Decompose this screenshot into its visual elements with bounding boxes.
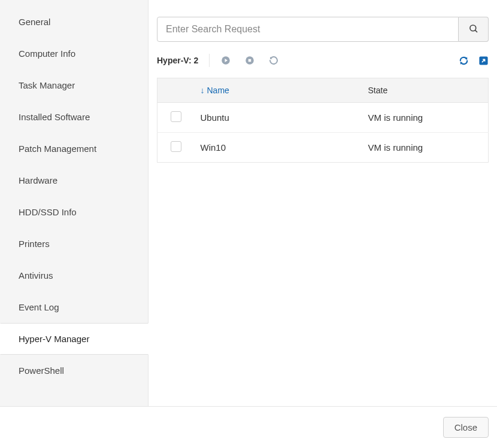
sidebar-item-patch-management[interactable]: Patch Management <box>0 133 148 164</box>
refresh-icon[interactable] <box>459 56 469 66</box>
vm-name-cell: Ubuntu <box>195 103 362 133</box>
sidebar-item-label: Hardware <box>19 175 57 185</box>
sidebar-item-installed-software[interactable]: Installed Software <box>0 101 148 133</box>
sidebar-item-label: Installed Software <box>19 112 90 122</box>
footer: Close <box>0 407 497 448</box>
row-checkbox[interactable] <box>171 111 181 122</box>
restart-icon[interactable] <box>268 55 279 66</box>
sidebar-item-general[interactable]: General <box>0 6 148 38</box>
sidebar-item-label: HDD/SSD Info <box>19 207 77 217</box>
sidebar-item-computer-info[interactable]: Computer Info <box>0 38 148 69</box>
table-row[interactable]: Ubuntu VM is running <box>157 103 489 133</box>
sidebar-item-label: Computer Info <box>19 48 75 59</box>
column-header-name[interactable]: ↓Name <box>195 78 362 103</box>
sidebar-item-label: Hyper-V Manager <box>19 334 89 344</box>
sidebar-item-label: Patch Management <box>19 144 96 154</box>
vm-state-cell: VM is running <box>362 103 489 133</box>
vm-table: ↓Name State Ubuntu VM is running Win10 V… <box>157 78 489 163</box>
vm-state-cell: VM is running <box>362 133 489 163</box>
column-header-checkbox[interactable] <box>157 78 195 103</box>
sort-down-icon: ↓ <box>201 86 205 95</box>
toolbar: Hyper-V: 2 <box>157 54 489 67</box>
search-button[interactable] <box>459 17 489 42</box>
sidebar: General Computer Info Task Manager Insta… <box>0 0 149 406</box>
table-row[interactable]: Win10 VM is running <box>157 133 489 163</box>
sidebar-item-printers[interactable]: Printers <box>0 228 148 260</box>
toolbar-separator <box>209 54 210 67</box>
stop-icon[interactable] <box>244 55 255 66</box>
sidebar-item-powershell[interactable]: PowerShell <box>0 355 148 386</box>
sidebar-item-event-log[interactable]: Event Log <box>0 291 148 323</box>
svg-rect-4 <box>249 59 251 62</box>
sidebar-item-task-manager[interactable]: Task Manager <box>0 69 148 101</box>
row-checkbox[interactable] <box>171 141 181 152</box>
play-icon[interactable] <box>220 55 231 66</box>
search-input[interactable] <box>157 17 459 42</box>
sidebar-item-label: General <box>19 17 50 27</box>
sidebar-item-hardware[interactable]: Hardware <box>0 164 148 196</box>
popout-icon[interactable] <box>478 56 489 66</box>
sidebar-item-hyper-v-manager[interactable]: Hyper-V Manager <box>0 323 149 355</box>
sidebar-item-label: Event Log <box>19 302 59 312</box>
main-panel: Hyper-V: 2 <box>149 0 497 406</box>
svg-point-0 <box>470 25 476 31</box>
sidebar-item-hdd-ssd-info[interactable]: HDD/SSD Info <box>0 196 148 228</box>
close-button[interactable]: Close <box>443 417 489 438</box>
vm-count-label: Hyper-V: 2 <box>157 56 198 65</box>
vm-name-cell: Win10 <box>195 133 362 163</box>
search-icon <box>468 23 479 36</box>
sidebar-item-label: Printers <box>19 239 50 249</box>
sidebar-item-label: Antivirus <box>19 270 53 281</box>
column-header-state[interactable]: State <box>362 78 489 103</box>
sidebar-item-antivirus[interactable]: Antivirus <box>0 260 148 291</box>
sidebar-item-label: Task Manager <box>19 80 75 90</box>
svg-line-1 <box>475 30 477 32</box>
sidebar-item-label: PowerShell <box>19 365 64 376</box>
